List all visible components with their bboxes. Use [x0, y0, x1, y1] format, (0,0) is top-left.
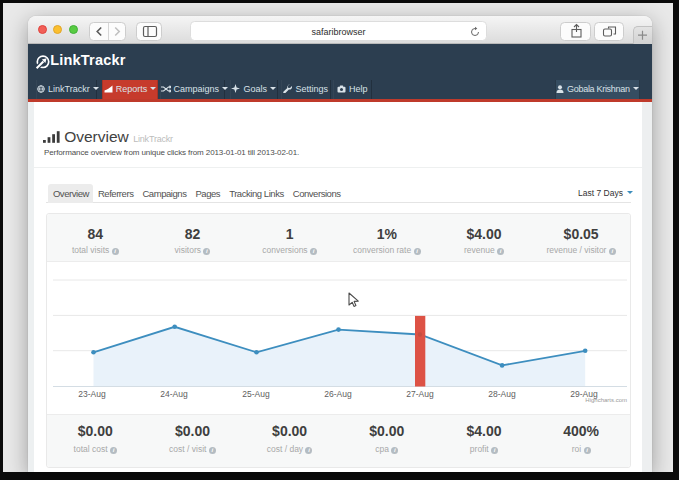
- svg-text:28-Aug: 28-Aug: [488, 389, 516, 399]
- svg-text:24-Aug: 24-Aug: [160, 389, 188, 399]
- svg-text:27-Aug: 27-Aug: [406, 389, 434, 399]
- svg-text:25-Aug: 25-Aug: [242, 389, 270, 399]
- svg-text:26-Aug: 26-Aug: [324, 389, 352, 399]
- svg-text:23-Aug: 23-Aug: [78, 389, 106, 399]
- svg-text:Highcharts.com: Highcharts.com: [585, 397, 627, 403]
